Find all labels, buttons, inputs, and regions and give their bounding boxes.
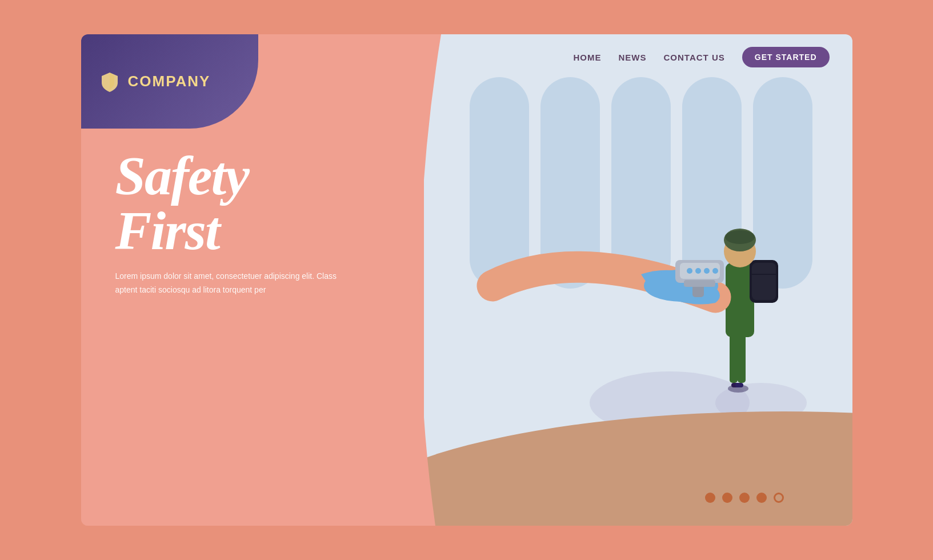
svg-point-19 (712, 268, 718, 274)
svg-rect-5 (738, 331, 746, 383)
svg-point-16 (687, 268, 692, 274)
svg-point-18 (704, 268, 710, 274)
hero-title: Safety First (115, 149, 344, 258)
svg-point-12 (725, 230, 755, 244)
dot-1[interactable] (705, 493, 715, 503)
nav-contact[interactable]: CONTACT US (664, 53, 725, 62)
svg-rect-3 (735, 383, 743, 387)
shield-icon (98, 70, 121, 93)
dot-5[interactable] (774, 493, 784, 503)
nav-news[interactable]: NEWS (619, 53, 647, 62)
hero-subtitle: Lorem ipsum dolor sit amet, consectetuer… (115, 270, 344, 297)
hero-title-line1: Safety (115, 149, 344, 203)
hero-title-line2: First (115, 203, 344, 258)
nav-home[interactable]: HOME (574, 53, 602, 62)
main-card: COMPANY HOME NEWS CONTACT US GET STARTED… (81, 34, 852, 526)
carousel-dots (705, 493, 784, 503)
svg-point-17 (695, 268, 701, 274)
dot-2[interactable] (722, 493, 732, 503)
svg-rect-4 (730, 331, 738, 383)
illustration (447, 91, 835, 434)
navigation: HOME NEWS CONTACT US GET STARTED (418, 34, 852, 80)
dot-3[interactable] (739, 493, 750, 503)
svg-rect-8 (752, 263, 776, 300)
hero-section: Safety First Lorem ipsum dolor sit amet,… (115, 149, 344, 297)
get-started-button[interactable]: GET STARTED (742, 47, 830, 67)
svg-rect-21 (684, 280, 715, 287)
company-name: COMPANY (128, 73, 211, 90)
dot-4[interactable] (756, 493, 767, 503)
